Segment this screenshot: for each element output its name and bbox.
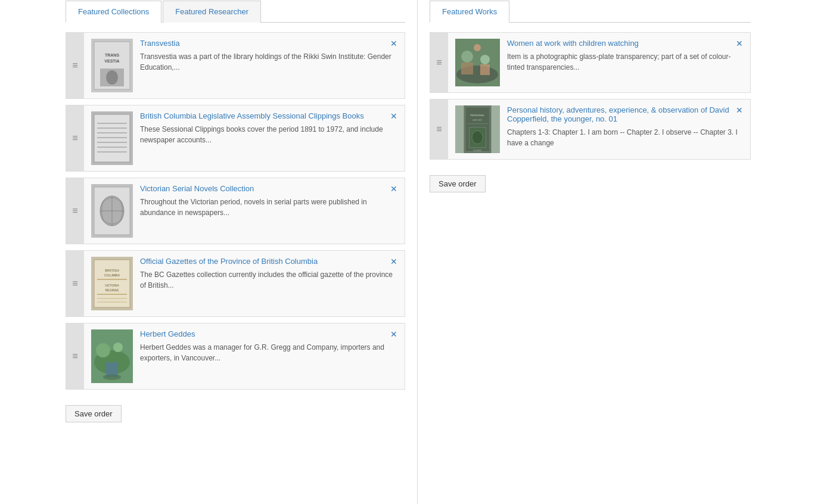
item-description: Herbert Geddes was a manager for G.R. Gr…: [140, 342, 397, 363]
victorian-serial-thumb: [91, 184, 133, 238]
svg-point-5: [106, 70, 118, 85]
drag-handle[interactable]: ≡: [66, 33, 84, 98]
item-description: The BC Gazettes collection currently inc…: [140, 269, 397, 291]
item-description: Chapters 1-3: Chapter 1. I am born -- Ch…: [507, 127, 743, 148]
save-order-button-left[interactable]: Save order: [66, 405, 122, 422]
item-text: Personal history, adventures, experience…: [507, 105, 743, 148]
svg-text:HISTORY: HISTORY: [472, 119, 483, 122]
collection-item: ≡ TRANS VESTIA Tr: [66, 32, 405, 99]
drag-handle[interactable]: ≡: [430, 99, 448, 159]
works-list: ≡: [430, 32, 751, 160]
drag-handle[interactable]: ≡: [66, 323, 84, 389]
collection-item: ≡: [66, 323, 405, 390]
item-description: Item is a photographic glass-plate trans…: [507, 51, 743, 73]
remove-button[interactable]: ✕: [390, 111, 397, 121]
svg-text:REGINAE: REGINAE: [105, 288, 119, 292]
tab-featured-collections[interactable]: Featured Collections: [66, 1, 161, 23]
transvestia-thumb: TRANS VESTIA: [91, 39, 133, 92]
left-tab-bar: Featured Collections Featured Researcher: [66, 0, 405, 23]
collection-item: ≡: [66, 105, 405, 172]
svg-point-34: [113, 343, 123, 352]
item-text: Women at work with children watching ✕ I…: [507, 39, 743, 73]
work-item: ≡ PERSONAL HISTORY DICKENS: [430, 99, 751, 160]
personal-history-thumb: PERSONAL HISTORY DICKENS: [455, 105, 500, 153]
svg-text:VICTORIA: VICTORIA: [105, 284, 119, 287]
women-at-work-thumb: [455, 39, 500, 86]
save-order-button-right[interactable]: Save order: [430, 175, 486, 192]
item-description: Throughout the Victorian period, novels …: [140, 197, 397, 218]
left-panel: Featured Collections Featured Researcher…: [0, 0, 417, 504]
remove-button[interactable]: ✕: [390, 329, 397, 339]
item-title[interactable]: Transvestia: [140, 39, 386, 48]
bc-legislative-thumb: [91, 111, 133, 165]
svg-text:TRANS: TRANS: [105, 53, 119, 57]
work-item: ≡: [430, 32, 751, 93]
item-text: Transvestia ✕ Transvestia was a part of …: [140, 39, 397, 73]
svg-text:PERSONAL: PERSONAL: [470, 114, 484, 117]
svg-rect-43: [480, 64, 490, 75]
item-title[interactable]: Personal history, adventures, experience…: [507, 105, 731, 123]
item-description: These Sessional Clippings books cover th…: [140, 124, 397, 145]
collection-item: ≡ BRITISH COLUMBIA VICTORIA REGINAE: [66, 250, 405, 317]
drag-handle[interactable]: ≡: [430, 33, 448, 92]
drag-handle[interactable]: ≡: [66, 251, 84, 316]
tab-featured-works[interactable]: Featured Works: [430, 1, 509, 23]
remove-button[interactable]: ✕: [736, 105, 743, 115]
item-content: Women at work with children watching ✕ I…: [448, 33, 750, 92]
item-content: TRANS VESTIA Transvestia ✕ Transvestia w…: [84, 33, 405, 98]
svg-text:COLUMBIA: COLUMBIA: [104, 273, 120, 277]
item-text: Victorian Serial Novels Collection ✕ Thr…: [140, 184, 397, 218]
item-content: PERSONAL HISTORY DICKENS Personal histor…: [448, 99, 750, 159]
item-title[interactable]: Official Gazettes of the Province of Bri…: [140, 257, 386, 266]
item-title[interactable]: British Columbia Legislative Assembly Se…: [140, 111, 386, 120]
item-description: Transvestia was a part of the library ho…: [140, 51, 397, 73]
svg-point-42: [480, 55, 490, 64]
remove-button[interactable]: ✕: [736, 39, 743, 48]
item-content: Victorian Serial Novels Collection ✕ Thr…: [84, 178, 405, 244]
svg-point-36: [103, 374, 121, 380]
item-text: Herbert Geddes ✕ Herbert Geddes was a ma…: [140, 329, 397, 363]
herbert-geddes-thumb: [91, 329, 133, 383]
right-tab-bar: Featured Works: [430, 0, 751, 23]
item-title[interactable]: Victorian Serial Novels Collection: [140, 184, 386, 193]
svg-text:DICKENS: DICKENS: [473, 150, 481, 152]
item-content: British Columbia Legislative Assembly Se…: [84, 105, 405, 171]
item-title[interactable]: Herbert Geddes: [140, 329, 386, 338]
drag-handle[interactable]: ≡: [66, 178, 84, 244]
tab-featured-researcher[interactable]: Featured Researcher: [163, 1, 261, 23]
item-text: Official Gazettes of the Province of Bri…: [140, 257, 397, 291]
svg-point-44: [474, 44, 481, 51]
svg-point-52: [472, 130, 483, 144]
collection-item: ≡ Victorian Ser: [66, 178, 405, 244]
item-title[interactable]: Women at work with children watching: [507, 39, 731, 48]
remove-button[interactable]: ✕: [390, 184, 397, 194]
collections-list: ≡ TRANS VESTIA Tr: [66, 32, 405, 390]
svg-point-33: [96, 343, 110, 357]
drag-handle[interactable]: ≡: [66, 105, 84, 171]
official-gazettes-thumb: BRITISH COLUMBIA VICTORIA REGINAE: [91, 257, 133, 310]
item-text: British Columbia Legislative Assembly Se…: [140, 111, 397, 145]
svg-text:BRITISH: BRITISH: [105, 269, 119, 272]
svg-rect-7: [94, 114, 130, 162]
item-content: Herbert Geddes ✕ Herbert Geddes was a ma…: [84, 323, 405, 389]
remove-button[interactable]: ✕: [390, 39, 397, 48]
svg-text:VESTIA: VESTIA: [104, 59, 119, 63]
remove-button[interactable]: ✕: [390, 257, 397, 266]
right-panel: Featured Works ≡: [417, 0, 763, 504]
svg-point-40: [461, 51, 473, 63]
item-content: BRITISH COLUMBIA VICTORIA REGINAE Of: [84, 251, 405, 316]
svg-rect-41: [461, 63, 473, 74]
